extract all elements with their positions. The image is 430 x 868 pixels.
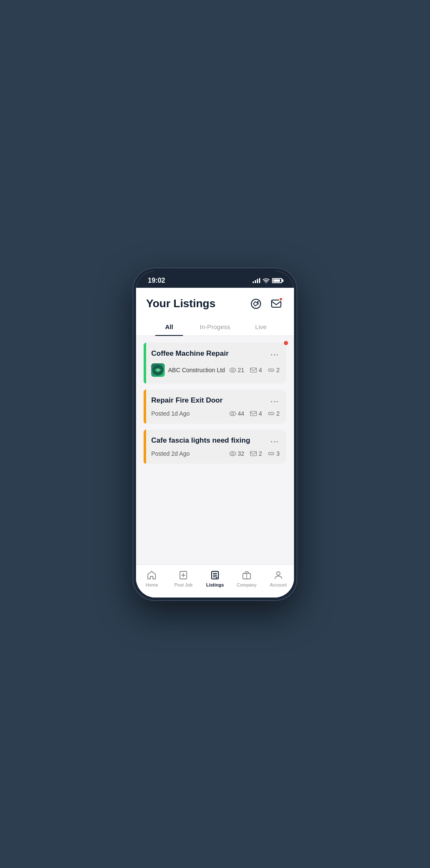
listing-card-1[interactable]: Coffee Machine Repair ··· bbox=[144, 343, 286, 384]
nav-account-label: Account bbox=[270, 582, 287, 587]
card-border-3 bbox=[144, 430, 146, 464]
listing-more-button-3[interactable]: ··· bbox=[269, 436, 280, 446]
tab-in-progress[interactable]: In-Progess bbox=[192, 318, 238, 335]
messages-stat-3: 2 bbox=[250, 450, 262, 457]
listing-company-1: ABC Construction Ltd bbox=[151, 363, 225, 377]
signal-icon bbox=[253, 278, 260, 283]
card-border-1 bbox=[144, 343, 146, 384]
listings-icon bbox=[210, 570, 220, 581]
company-logo-1 bbox=[151, 363, 165, 377]
status-time: 19:02 bbox=[148, 277, 165, 284]
svg-point-13 bbox=[231, 452, 234, 454]
listing-stats-2: 44 4 bbox=[229, 410, 280, 417]
svg-point-7 bbox=[231, 369, 234, 371]
post-job-icon bbox=[178, 570, 189, 581]
tabs-container: All In-Progess Live bbox=[136, 318, 294, 336]
message-button[interactable] bbox=[269, 296, 284, 311]
price-tag-icon bbox=[250, 298, 262, 310]
header: Your Listings bbox=[136, 288, 294, 318]
card-border-2 bbox=[144, 389, 146, 424]
bottom-navigation: Home Post Job bbox=[136, 564, 294, 598]
nav-home[interactable]: Home bbox=[136, 568, 168, 589]
svg-rect-11 bbox=[250, 411, 257, 415]
link-icon-2 bbox=[268, 411, 275, 416]
status-icons bbox=[253, 278, 282, 283]
listing-posted-2: Posted 1d Ago bbox=[151, 410, 190, 417]
listing-notification-dot-1 bbox=[283, 340, 289, 346]
company-name-1: ABC Construction Ltd bbox=[168, 367, 225, 373]
svg-point-0 bbox=[266, 282, 267, 283]
notification-button[interactable] bbox=[248, 296, 264, 311]
eye-icon-3 bbox=[229, 451, 236, 456]
listing-title-1: Coffee Machine Repair bbox=[151, 349, 269, 358]
listings-container: Coffee Machine Repair ··· bbox=[136, 336, 294, 564]
nav-company-label: Company bbox=[237, 582, 256, 587]
svg-point-1 bbox=[251, 299, 261, 308]
views-stat-1: 21 bbox=[229, 367, 245, 373]
links-stat-1: 2 bbox=[268, 367, 280, 373]
nav-listings[interactable]: Listings bbox=[199, 568, 231, 589]
svg-point-12 bbox=[230, 451, 236, 455]
battery-icon bbox=[272, 278, 282, 283]
listing-more-button-1[interactable]: ··· bbox=[269, 349, 280, 359]
listing-more-button-2[interactable]: ··· bbox=[269, 396, 280, 406]
account-icon bbox=[273, 570, 284, 581]
listing-title-2: Repair Fire Exit Door bbox=[151, 396, 269, 405]
svg-point-5 bbox=[156, 368, 160, 372]
svg-rect-8 bbox=[250, 368, 257, 372]
views-stat-3: 32 bbox=[229, 450, 245, 457]
listing-card-3[interactable]: Cafe fascia lights need fixing ··· Poste… bbox=[144, 430, 286, 464]
nav-home-label: Home bbox=[146, 582, 158, 587]
listing-posted-3: Posted 2d Ago bbox=[151, 450, 190, 457]
eye-icon-2 bbox=[229, 411, 236, 416]
listing-title-3: Cafe fascia lights need fixing bbox=[151, 436, 269, 445]
nav-company[interactable]: Company bbox=[231, 568, 262, 589]
svg-point-6 bbox=[230, 368, 236, 372]
messages-stat-2: 4 bbox=[250, 410, 262, 417]
listing-stats-1: 21 4 bbox=[229, 367, 280, 373]
tab-live[interactable]: Live bbox=[238, 318, 284, 335]
listing-card-2[interactable]: Repair Fire Exit Door ··· Posted 1d Ago bbox=[144, 389, 286, 424]
envelope-icon-1 bbox=[250, 368, 257, 373]
listing-stats-3: 32 2 bbox=[229, 450, 280, 457]
phone-notch bbox=[190, 271, 240, 283]
nav-listings-label: Listings bbox=[206, 582, 224, 587]
nav-post-job-label: Post Job bbox=[174, 582, 193, 587]
svg-point-10 bbox=[231, 412, 234, 414]
page-title: Your Listings bbox=[146, 297, 215, 310]
eye-icon-1 bbox=[229, 368, 236, 373]
messages-stat-1: 4 bbox=[250, 367, 262, 373]
phone-screen: 19:02 bbox=[136, 271, 294, 598]
svg-point-9 bbox=[230, 411, 236, 415]
wifi-icon bbox=[263, 278, 269, 283]
svg-rect-14 bbox=[250, 451, 257, 455]
home-icon bbox=[146, 570, 157, 581]
link-icon-1 bbox=[268, 368, 275, 373]
link-icon-3 bbox=[268, 451, 275, 456]
header-actions bbox=[248, 296, 284, 311]
svg-point-2 bbox=[257, 301, 259, 303]
company-icon bbox=[241, 570, 252, 581]
views-stat-2: 44 bbox=[229, 410, 245, 417]
links-stat-3: 3 bbox=[268, 450, 280, 457]
tab-all[interactable]: All bbox=[146, 318, 192, 335]
envelope-icon-2 bbox=[250, 411, 257, 416]
message-notification-dot bbox=[279, 297, 283, 301]
app-content: Your Listings bbox=[136, 288, 294, 564]
envelope-icon-3 bbox=[250, 451, 257, 456]
nav-account[interactable]: Account bbox=[262, 568, 294, 589]
phone-frame: 19:02 bbox=[133, 268, 297, 601]
svg-point-24 bbox=[277, 572, 280, 575]
links-stat-2: 2 bbox=[268, 410, 280, 417]
nav-post-job[interactable]: Post Job bbox=[168, 568, 199, 589]
